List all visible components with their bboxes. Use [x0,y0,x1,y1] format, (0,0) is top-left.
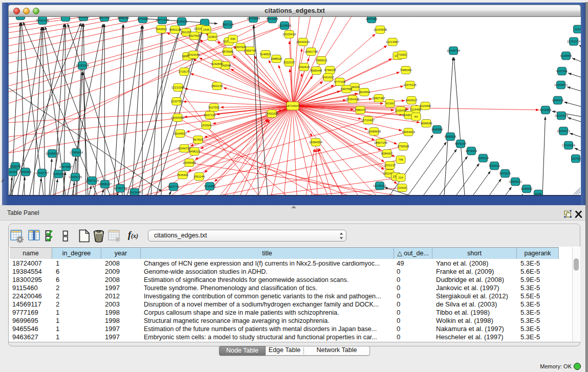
svg-text:1112: 1112 [575,28,581,31]
svg-text:10654112: 10654112 [509,180,521,183]
svg-text:9474444: 9474444 [466,149,477,152]
svg-text:73493: 73493 [398,53,406,56]
svg-text:19218506: 19218506 [278,24,291,27]
svg-text:9699695: 9699695 [421,122,432,125]
svg-text:9129966: 9129966 [560,54,572,57]
svg-text:214: 214 [398,176,403,179]
svg-text:23975867: 23975867 [59,165,73,168]
svg-text:26053346: 26053346 [76,64,89,67]
svg-text:19166827: 19166827 [173,132,187,135]
svg-text:2087682: 2087682 [366,17,378,20]
svg-text:31863: 31863 [208,35,216,38]
svg-text:1615137: 1615137 [384,164,396,167]
svg-text:2935114: 2935114 [477,157,489,160]
svg-text:5716485: 5716485 [204,185,216,188]
svg-text:16099489: 16099489 [183,161,196,164]
svg-text:16648784: 16648784 [447,49,461,52]
svg-text:12213389: 12213389 [171,86,185,89]
svg-text:1156829: 1156829 [20,170,31,173]
svg-text:7955812: 7955812 [316,59,328,62]
svg-text:1640954: 1640954 [431,128,443,131]
svg-text:746: 746 [398,158,403,161]
svg-text:2367608: 2367608 [235,46,247,49]
svg-text:867833: 867833 [193,138,203,141]
svg-text:20364436: 20364436 [346,98,359,101]
svg-text:12093872: 12093872 [554,83,568,86]
svg-text:10653287: 10653287 [77,17,90,18]
svg-text:12505135: 12505135 [69,176,82,179]
svg-text:546: 546 [230,37,235,40]
svg-text:3427552: 3427552 [208,106,220,109]
svg-text:15692971: 15692971 [557,129,570,133]
svg-text:9242848: 9242848 [211,62,223,65]
svg-text:8213953: 8213953 [540,108,552,112]
svg-text:8267130: 8267130 [204,114,216,117]
svg-text:33426: 33426 [398,186,406,189]
svg-text:16671355: 16671355 [156,18,169,21]
svg-text:12942757: 12942757 [35,171,49,174]
svg-text:15640910: 15640910 [296,40,310,43]
svg-text:17016504: 17016504 [562,144,576,147]
svg-text:18807249: 18807249 [374,141,387,144]
svg-text:20691406: 20691406 [36,19,49,22]
svg-text:22420046: 22420046 [187,53,200,56]
svg-text:2803144: 2803144 [211,84,223,87]
svg-text:1071918: 1071918 [137,17,149,20]
svg-text:7515526: 7515526 [176,20,188,23]
svg-text:5322037: 5322037 [284,61,295,64]
svg-text:1010755: 1010755 [171,100,183,103]
svg-text:62160: 62160 [386,102,394,105]
svg-text:10807487: 10807487 [372,97,385,100]
svg-text:8813054: 8813054 [267,17,278,20]
svg-text:1025438: 1025438 [395,109,407,112]
svg-text:19654923: 19654923 [402,130,415,134]
svg-text:1691144: 1691144 [193,175,205,178]
svg-text:19958107: 19958107 [98,183,112,186]
svg-text:1588520: 1588520 [271,57,282,60]
svg-text:7857224: 7857224 [222,23,234,26]
svg-text:7625402: 7625402 [177,173,189,177]
svg-text:18300295: 18300295 [265,112,278,115]
svg-text:2718176: 2718176 [179,70,190,73]
svg-text:7632621: 7632621 [489,164,500,167]
svg-text:14136141: 14136141 [373,184,386,187]
svg-text:3824554: 3824554 [359,91,371,94]
svg-text:3115468: 3115468 [410,108,421,111]
svg-text:9115460: 9115460 [420,104,431,107]
svg-text:20206558: 20206558 [46,152,59,155]
svg-text:13325419: 13325419 [282,33,296,36]
svg-text:7485063: 7485063 [400,69,412,72]
svg-text:1421022: 1421022 [322,76,334,79]
svg-text:12923448: 12923448 [128,191,141,194]
svg-text:9084067: 9084067 [381,152,393,155]
svg-text:9245652: 9245652 [521,187,533,190]
svg-text:8471676: 8471676 [499,172,511,175]
svg-text:7663822: 7663822 [156,28,167,31]
svg-text:153594: 153594 [201,124,211,127]
svg-text:10688609: 10688609 [367,130,381,133]
svg-text:6497568: 6497568 [341,87,353,91]
svg-text:18724007: 18724007 [286,104,299,107]
svg-text:16033809: 16033809 [247,17,260,20]
svg-text:9777169: 9777169 [334,80,346,83]
svg-text:3875685: 3875685 [222,50,234,53]
svg-text:17359924: 17359924 [70,151,83,154]
svg-text:9146821: 9146821 [260,53,272,56]
svg-text:1435051: 1435051 [10,165,21,168]
svg-text:9657771: 9657771 [168,185,180,188]
svg-text:64: 64 [415,115,418,118]
svg-text:39154: 39154 [9,170,17,173]
svg-text:6466160: 6466160 [118,17,129,19]
svg-text:116753: 116753 [571,157,581,160]
svg-text:8958928: 8958928 [445,135,456,138]
svg-text:1145194: 1145194 [53,172,64,176]
svg-text:16154838: 16154838 [374,28,387,31]
svg-text:12975115: 12975115 [403,83,416,86]
svg-text:15751074: 15751074 [567,40,581,43]
svg-text:19654983: 19654983 [171,116,184,119]
svg-text:1527602: 1527602 [99,17,111,19]
svg-text:1405574: 1405574 [15,17,27,17]
svg-text:16961758: 16961758 [304,50,318,53]
svg-text:9227341: 9227341 [556,70,568,73]
svg-text:17957225: 17957225 [85,179,99,182]
